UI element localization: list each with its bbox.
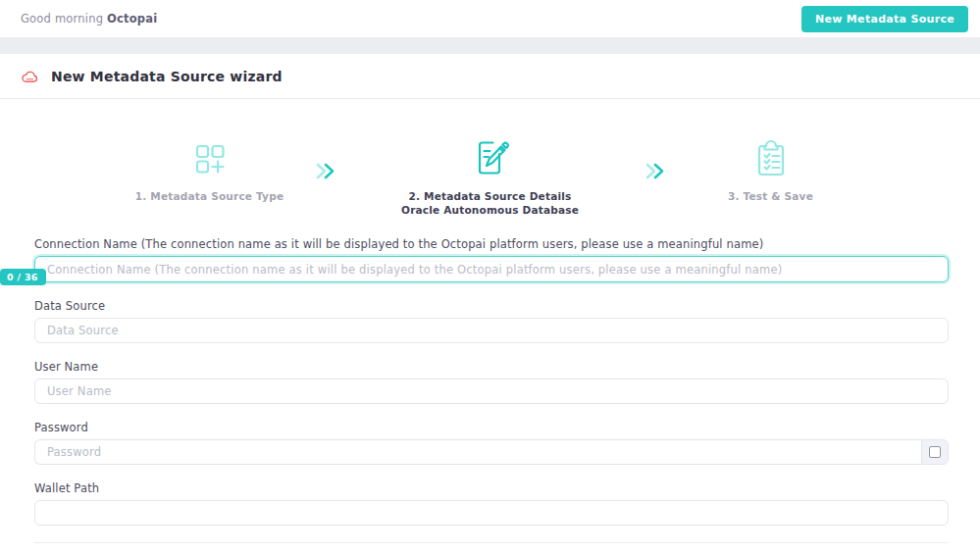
page-title-bar: New Metadata Source wizard — [0, 54, 980, 99]
data-source-input[interactable] — [34, 318, 949, 343]
greeting-text: Good morning Octopai — [21, 12, 157, 25]
user-name-group: User Name — [34, 360, 949, 404]
password-input-group — [34, 439, 949, 465]
password-input[interactable] — [34, 439, 921, 465]
page-title: New Metadata Source wizard — [51, 69, 283, 84]
wizard-footer: Previous Next — [34, 542, 949, 555]
grid-plus-icon — [190, 134, 230, 179]
password-group: Password — [34, 421, 949, 465]
double-chevron-icon — [644, 162, 667, 180]
wizard-step-label-line1: 2. Metadata Source Details — [401, 189, 579, 203]
wizard-step-metadata-source-details: 2. Metadata Source Details Oracle Autono… — [343, 134, 638, 217]
double-chevron-icon — [314, 162, 337, 180]
data-source-label: Data Source — [34, 299, 949, 313]
edit-document-icon — [470, 134, 511, 179]
cloud-icon — [21, 70, 39, 83]
checklist-icon — [751, 134, 791, 179]
wizard-step-label: 3. Test & Save — [728, 189, 813, 203]
top-header: Good morning Octopai New Metadata Source — [0, 0, 980, 37]
wallet-path-input[interactable] — [34, 500, 949, 526]
wizard-step-test-and-save: 3. Test & Save — [673, 134, 869, 203]
data-source-group: Data Source — [34, 299, 949, 343]
header-divider-strip — [0, 37, 980, 54]
greeting-label: Good morning — [21, 12, 103, 25]
connection-name-label: Connection Name (The connection name as … — [34, 237, 949, 251]
wizard-steps: 1. Metadata Source Type 2. Metadata Sour… — [0, 134, 980, 217]
user-name-input[interactable] — [34, 378, 949, 404]
wizard-step-label: 2. Metadata Source Details Oracle Autono… — [401, 189, 579, 217]
wizard-form-container: Connection Name (The connection name as … — [0, 237, 980, 555]
character-counter-badge: 0 / 36 — [0, 269, 46, 285]
wizard-step-label: 1. Metadata Source Type — [135, 189, 284, 203]
show-password-checkbox[interactable] — [929, 446, 941, 458]
password-label: Password — [34, 421, 949, 434]
connection-name-input[interactable] — [34, 256, 949, 282]
metadata-source-form: Connection Name (The connection name as … — [34, 237, 949, 526]
account-name: Octopai — [107, 12, 157, 25]
wallet-path-label: Wallet Path — [34, 481, 949, 495]
connection-name-group: Connection Name (The connection name as … — [34, 237, 949, 282]
user-name-label: User Name — [34, 360, 949, 374]
new-metadata-source-button[interactable]: New Metadata Source — [801, 6, 968, 32]
wizard-step-label-line2: Oracle Autonomous Database — [401, 203, 579, 217]
wizard-step-metadata-source-type: 1. Metadata Source Type — [112, 134, 308, 203]
show-password-addon[interactable] — [921, 439, 949, 465]
wallet-path-group: Wallet Path — [34, 481, 949, 526]
